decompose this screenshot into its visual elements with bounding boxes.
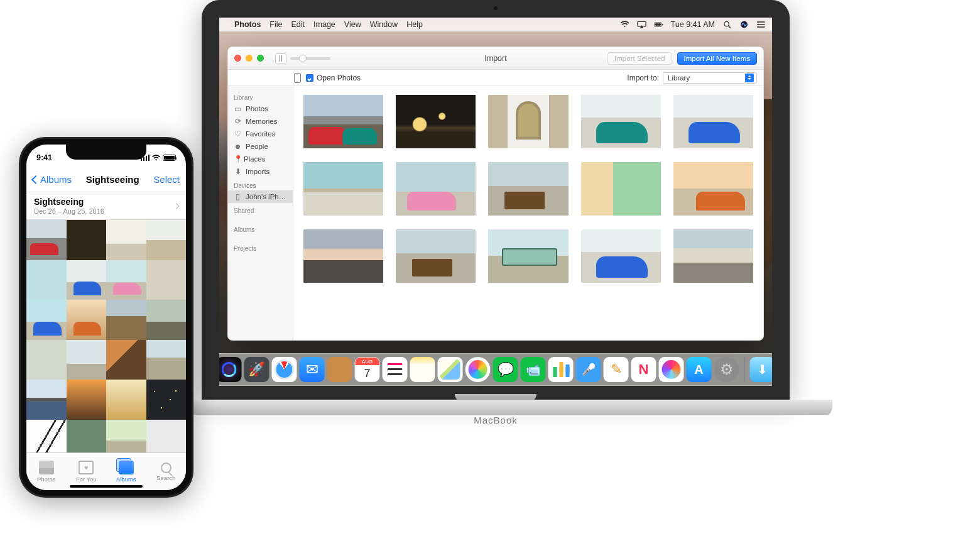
tab-search[interactable]: Search <box>146 453 187 490</box>
photo-thumb[interactable] <box>146 380 187 420</box>
photo-thumb[interactable] <box>106 220 146 260</box>
menubar-clock[interactable]: Tue 9:41 AM <box>671 20 715 29</box>
open-photos-checkbox[interactable] <box>306 74 313 82</box>
photo-thumb[interactable] <box>67 340 107 380</box>
dock-contacts-icon[interactable] <box>327 357 352 382</box>
dock-reminders-icon[interactable] <box>383 357 408 382</box>
photo-thumb[interactable] <box>26 340 67 380</box>
dock-safari-icon[interactable] <box>272 357 297 382</box>
photo-thumb[interactable] <box>26 380 67 420</box>
battery-icon[interactable] <box>654 21 663 28</box>
import-thumb[interactable] <box>303 95 383 148</box>
photo-thumb[interactable] <box>146 300 187 340</box>
dock-appstore-icon[interactable] <box>687 357 712 382</box>
menu-file[interactable]: File <box>270 20 282 29</box>
svg-line-6 <box>729 26 731 28</box>
sidebar-item-people[interactable]: ☻People <box>228 140 293 153</box>
wifi-icon[interactable] <box>620 21 629 28</box>
iphone-device: 9:41 Albums Sightseeing Select Sightseei… <box>19 137 193 498</box>
import-thumb[interactable] <box>303 229 383 283</box>
import-thumb[interactable] <box>396 229 476 283</box>
dock-maps-icon[interactable] <box>438 357 463 382</box>
notification-center-icon[interactable] <box>756 21 766 28</box>
sidebar-item-places[interactable]: 📍Places <box>228 153 293 165</box>
photo-thumb[interactable] <box>106 420 146 453</box>
dock-siri-icon[interactable] <box>219 357 242 382</box>
import-thumb[interactable] <box>581 229 661 283</box>
import-thumb[interactable] <box>673 229 753 283</box>
window-close-button[interactable] <box>234 55 241 62</box>
import-to-select[interactable]: Library <box>663 72 757 84</box>
menu-image[interactable]: Image <box>313 20 335 29</box>
photo-thumb[interactable] <box>146 420 187 453</box>
import-thumb[interactable] <box>581 162 661 216</box>
dock-photos-icon[interactable] <box>466 357 491 382</box>
photo-thumb[interactable] <box>106 300 146 340</box>
window-titlebar[interactable]: Import Import Selected Import All New It… <box>228 47 763 70</box>
photo-thumb[interactable] <box>67 260 107 300</box>
sidebar-item-photos[interactable]: ▭Photos <box>228 102 293 115</box>
dock-launchpad-icon[interactable] <box>244 357 270 382</box>
macos-menubar: Photos File Edit Image View Window Help … <box>219 18 772 31</box>
menu-help[interactable]: Help <box>406 20 423 29</box>
sidebar-item-imports[interactable]: ⬇Imports <box>228 165 293 178</box>
dock-downloads-icon[interactable] <box>750 357 773 382</box>
import-thumb[interactable] <box>488 162 568 216</box>
sidebar-item-favorites[interactable]: ♡Favorites <box>228 128 293 140</box>
sidebar-item-device-iphone[interactable]: ▯John's iPh… <box>228 190 293 203</box>
dock-numbers-icon[interactable] <box>548 357 574 382</box>
photo-thumb[interactable] <box>106 380 146 420</box>
menubar-app[interactable]: Photos <box>234 20 261 29</box>
spotlight-icon[interactable] <box>722 21 732 28</box>
import-thumb[interactable] <box>396 95 476 148</box>
siri-icon[interactable] <box>739 21 749 28</box>
import-thumb[interactable] <box>488 95 568 148</box>
dock-mail-icon[interactable] <box>300 357 325 382</box>
dock-pages-icon[interactable] <box>604 357 629 382</box>
import-thumb[interactable] <box>673 162 753 216</box>
import-thumb[interactable] <box>303 162 383 216</box>
photo-thumb[interactable] <box>146 220 187 260</box>
menu-window[interactable]: Window <box>370 20 398 29</box>
dock-facetime-icon[interactable] <box>521 357 546 382</box>
dock-messages-icon[interactable] <box>493 357 518 382</box>
photo-thumb[interactable] <box>26 220 67 260</box>
sidebar-item-memories[interactable]: ⟳Memories <box>228 115 293 128</box>
import-all-button[interactable]: Import All New Items <box>677 52 757 65</box>
import-thumb[interactable] <box>581 95 661 148</box>
dock-notes-icon[interactable] <box>410 357 435 382</box>
photo-thumb[interactable] <box>146 260 187 300</box>
import-thumb[interactable] <box>396 162 476 216</box>
photo-thumb[interactable] <box>67 300 107 340</box>
import-thumb[interactable] <box>488 229 568 283</box>
tab-photos[interactable]: Photos <box>26 453 67 490</box>
photo-thumb[interactable] <box>106 260 146 300</box>
photo-thumb[interactable] <box>67 380 107 420</box>
album-header-row[interactable]: Sightseeing Dec 26 – Aug 25, 2016 <box>26 192 186 220</box>
photo-thumb[interactable] <box>146 340 187 380</box>
photo-thumb[interactable] <box>26 420 67 453</box>
macbook-model-label: MacBook <box>474 415 518 425</box>
nav-select-button[interactable]: Select <box>153 174 180 185</box>
import-thumb[interactable] <box>673 95 753 148</box>
window-minimize-button[interactable] <box>246 55 253 62</box>
photo-thumb[interactable] <box>106 340 146 380</box>
window-zoom-button[interactable] <box>257 55 264 62</box>
dock-syspref-icon[interactable] <box>714 357 739 382</box>
airplay-icon[interactable] <box>637 21 646 28</box>
import-selected-button[interactable]: Import Selected <box>607 52 672 65</box>
dock-news-icon[interactable] <box>631 357 656 382</box>
menu-view[interactable]: View <box>344 20 361 29</box>
dock-calendar-icon[interactable]: AUG7 <box>355 357 380 382</box>
thumbnail-zoom-slider[interactable] <box>290 57 330 60</box>
home-indicator[interactable] <box>70 485 143 488</box>
dock-itunes-icon[interactable] <box>659 357 684 382</box>
sidebar-toggle-button[interactable] <box>275 53 286 63</box>
photo-thumb[interactable] <box>67 220 107 260</box>
photo-thumb[interactable] <box>67 420 107 453</box>
nav-back-button[interactable]: Albums <box>33 174 72 185</box>
photo-thumb[interactable] <box>26 260 67 300</box>
menu-edit[interactable]: Edit <box>291 20 305 29</box>
photo-thumb[interactable] <box>26 300 67 340</box>
dock-keynote-icon[interactable] <box>576 357 601 382</box>
